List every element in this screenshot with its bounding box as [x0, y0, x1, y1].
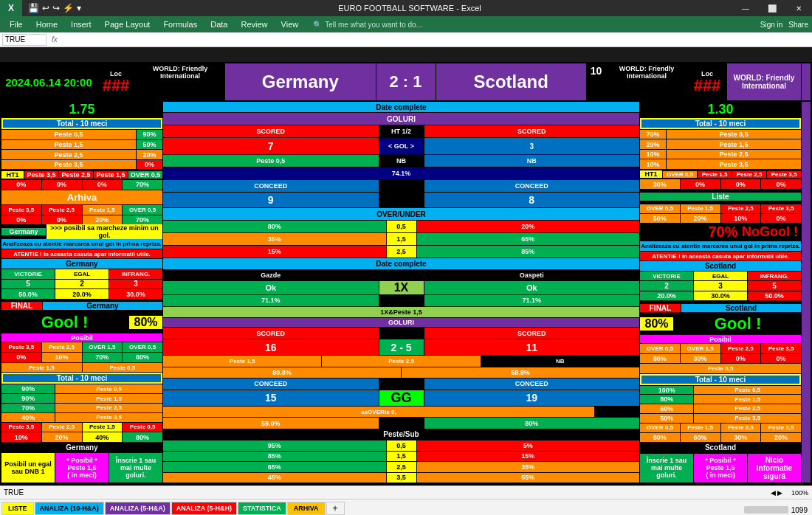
gol-values-row: 7 < GOL > 3	[163, 138, 639, 154]
home-ht1-row: HT1 Peste 3,5 Peste 2,5 Peste 1,5 OVER 0…	[1, 170, 162, 179]
p15-p25-row: Peste 1,5 Peste 2,5 NB	[163, 356, 639, 366]
conceed-vals-row: 9 8	[163, 193, 639, 207]
scored-ht-row: SCORED HT 1/2 SCORED	[163, 125, 639, 137]
menu-file[interactable]: File	[4, 18, 29, 30]
home-stat-pct-3: 20%	[137, 150, 162, 159]
home-ht1-pcts: 0% 0% 0% 70%	[1, 180, 162, 190]
pct-711-row: 71.1% 71.1%	[163, 295, 639, 305]
loc-away: Loc ###	[688, 63, 726, 100]
menu-formulas[interactable]: Formulas	[157, 18, 203, 30]
goluri-section: GOLURI SCORED HT 1/2 SCORED 7 < GOL > 3	[163, 113, 639, 207]
tell-me-box[interactable]: 🔍 Tell me what you want to do...	[313, 21, 422, 29]
menu-home[interactable]: Home	[30, 18, 63, 30]
gazde-label: Gazde	[163, 270, 379, 280]
cell-name-box[interactable]	[2, 34, 47, 46]
excel-container: X 💾 ↩ ↪ ⚡ ▾ EURO FOOTBALL SOFTWARE - Exc…	[0, 0, 812, 515]
zoom-label: 100%	[791, 489, 808, 497]
tab-analiza10[interactable]: ANALIZA (10-H&A)	[35, 502, 104, 515]
scroll-left-btn[interactable]: ◀	[771, 489, 776, 497]
home-ht1-p25: Peste 2,5	[59, 171, 93, 179]
menu-pagelayout[interactable]: Page Layout	[99, 18, 156, 30]
home-team-name: Germany	[225, 63, 376, 100]
liste-button[interactable]: Liste	[640, 193, 801, 201]
sheet-tabs: LISTE ANALIZA (10-H&A) ANALIZA (5-H&A) A…	[1, 502, 345, 515]
away-odds: 1.30	[640, 102, 801, 117]
home-final-team: Germany	[43, 302, 162, 310]
home-odds: 1.75	[1, 102, 162, 117]
away-nogool-liste-row: Liste	[640, 190, 801, 204]
sign-in-button[interactable]: Sign in	[760, 21, 783, 29]
home-stat-row-4: Peste 3,5 0%	[1, 160, 162, 170]
away-posibil-label: Posibil	[640, 335, 801, 343]
status-bar: TRUE ◀ ▶ 100%	[0, 485, 812, 499]
home-final-label: FINAL	[1, 302, 42, 310]
menu-view[interactable]: View	[275, 18, 305, 30]
conceed-row: CONCEED CONCEED	[163, 180, 639, 192]
undo-icon[interactable]: ↩	[42, 3, 49, 13]
home-concede2-pcts: 10% 20% 40% 80%	[1, 432, 162, 442]
tab-bar: LISTE ANALIZA (10-H&A) ANALIZA (5-H&A) A…	[0, 499, 812, 515]
save-icon[interactable]: 💾	[28, 3, 39, 13]
right-panel: 1.30 Total - 10 meci 70% Peste 0,5 20% P…	[640, 102, 801, 483]
away-victory-pcts: 20.0% 30.0% 50.0%	[640, 291, 801, 300]
scored2-header-row: SCORED SCORED	[163, 328, 639, 338]
scrollbar-thumb[interactable]	[744, 506, 788, 514]
ht12-label: HT 1/2	[379, 125, 424, 137]
scroll-right-btn[interactable]: ▶	[777, 489, 782, 497]
away-concede2-labels: OVER 0,5 Peste 1,5 Peste 2,5 Peste 3,5	[640, 424, 801, 432]
tab-analiza5h[interactable]: ANALIZA (5-H&H)	[171, 502, 237, 515]
formula-input[interactable]	[63, 35, 810, 44]
away-concede2-pcts: 80% 60% 30% 20%	[640, 433, 801, 442]
home-info-text-3: ATENTIE ! In aceasta casuta apar informa…	[1, 249, 162, 259]
conceed-label-left: CONCEED	[163, 180, 379, 192]
scored-label-left: SCORED	[163, 125, 379, 137]
pct-590-row: 59.0% 80%	[163, 418, 639, 428]
tab-analiza5[interactable]: ANALIZA (5-H&A)	[105, 502, 171, 515]
home-ht1-over05: OVER 0,5	[128, 171, 162, 179]
conceed2-vals-row: 15 GG 19	[163, 390, 639, 407]
home-concede-pcts: 0% 0% 20% 70%	[1, 215, 162, 225]
peste-sub-label: Peste/Sub	[163, 429, 639, 440]
home-stat-pct-1: 90%	[137, 130, 162, 139]
restore-button[interactable]: ⬜	[759, 0, 785, 16]
match-date: 2024.06.14 20:00	[1, 63, 96, 100]
away-ht1-row: HT1 OVER 0,5 Peste 1,5 Peste 2,5 Peste 3…	[640, 170, 801, 179]
home-total-meci: Total - 10 meci	[1, 118, 162, 129]
menu-review[interactable]: Review	[235, 18, 273, 30]
share-button[interactable]: Share	[788, 21, 808, 29]
home-gool-text: Gool !	[1, 313, 128, 332]
away-gool-row: 80% Gool !	[640, 314, 801, 334]
close-button[interactable]: ✕	[785, 0, 812, 16]
home-ht1-p35: Peste 3,5	[24, 171, 58, 179]
tab-arhiva[interactable]: ARHIVA	[287, 502, 326, 515]
away-inscrie: Înscrie 1 sau mai multe goluri.	[640, 454, 693, 483]
home-bottom-team: Germany	[1, 443, 162, 452]
tab-add[interactable]: +	[326, 502, 345, 515]
tab-statistica[interactable]: STATISTICA	[238, 502, 286, 515]
arhiva-button[interactable]: Arhiva	[1, 190, 162, 204]
menu-data[interactable]: Data	[204, 18, 233, 30]
status-text: TRUE	[4, 488, 24, 497]
gg-label: GG	[379, 390, 424, 407]
home-victory-team: Germany	[1, 259, 162, 269]
home-stats2-row-1: 90% Peste 0,5	[1, 384, 162, 393]
home-over2-labels: Peste 3,5 Peste 2,5 OVER 1,5 OVER 0,5	[1, 342, 162, 352]
away-total-meci: Total - 10 meci	[640, 118, 801, 129]
asover-row: asOVERte 0,	[163, 407, 639, 417]
fx-label: fx	[49, 35, 61, 44]
dropdown-icon[interactable]: ▾	[77, 3, 81, 13]
away-over2-pcts: 80% 30% 0% 0%	[640, 354, 801, 363]
quick-icon[interactable]: ⚡	[63, 3, 74, 13]
conceed2-header-row: CONCEED CONCEED	[163, 379, 639, 389]
ok-right: Ok	[424, 281, 640, 294]
window-title: EURO FOOTBALL SOFTWARE - Excel	[87, 4, 732, 13]
away-stat-row-2: 20% Peste 1,5	[640, 139, 801, 148]
nogool-text: 70% NoGool !	[640, 224, 801, 241]
oaspeti-label: Oaspeti	[424, 270, 640, 280]
tab-liste[interactable]: LISTE	[1, 502, 34, 515]
home-info-row-1: Germany >>> posibil sa marcheze minim un…	[1, 225, 162, 238]
away-bottom-boxes: Înscrie 1 sau mai multe goluri. * Posibi…	[640, 454, 801, 483]
menu-insert[interactable]: Insert	[65, 18, 97, 30]
minimize-button[interactable]: —	[732, 0, 759, 16]
redo-icon[interactable]: ↪	[52, 3, 60, 13]
